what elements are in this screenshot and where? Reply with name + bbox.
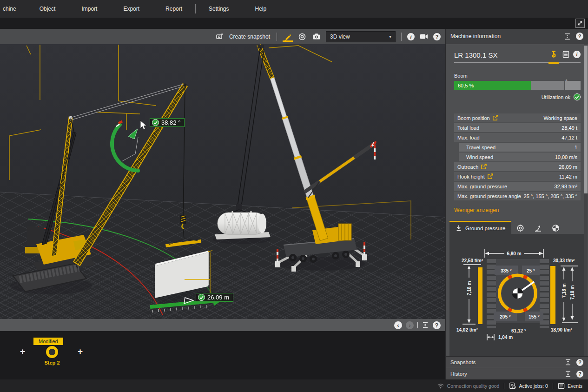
menu-item-help[interactable]: Help <box>242 0 279 18</box>
menubar: chine Object Import Export Report Settin… <box>0 0 588 18</box>
row-travel-speed: Travel speed 1 <box>459 143 581 152</box>
snapshots-help-button[interactable]: ? <box>576 359 583 366</box>
expand-history-button[interactable] <box>564 370 572 378</box>
toolbar-separator <box>401 33 402 41</box>
machine-name: LR 1300.1 SX <box>454 51 545 59</box>
row-max-load: Max. load 47,12 t <box>454 133 581 142</box>
timeline-help-button[interactable]: ? <box>433 321 441 329</box>
viewport-3d[interactable]: 38,82 ° 26,09 m <box>0 44 445 319</box>
snapshots-section-header[interactable]: Snapshots ? <box>446 356 588 368</box>
events-button[interactable]: Events <box>558 383 582 389</box>
create-snapshot-button[interactable]: Create snapshot <box>229 33 270 40</box>
machine-information-body: LR 1300.1 SX i <box>446 44 588 356</box>
history-help-button[interactable]: ? <box>576 371 583 378</box>
add-step-before-button[interactable]: + <box>20 346 25 357</box>
row-boom-position[interactable]: Boom position Working space <box>454 113 581 122</box>
support-width-value: 6,80 m <box>507 251 521 256</box>
check-icon <box>152 119 159 126</box>
row-label: Outreach <box>457 164 478 170</box>
create-snapshot-icon <box>215 32 225 42</box>
tab-ground-pressure[interactable]: Ground pressure <box>449 221 511 234</box>
fullscreen-toggle-button[interactable] <box>575 19 585 28</box>
outreach-value: 26,09 m <box>207 294 229 301</box>
step-node[interactable] <box>46 346 58 358</box>
load-curve-icon <box>534 225 542 232</box>
collapse-vertical-icon <box>563 33 571 40</box>
step-label: Step 2 <box>40 360 64 365</box>
svg-text:7,18 m: 7,18 m <box>467 281 472 295</box>
pressure-bar-left <box>478 267 482 324</box>
active-jobs-status[interactable]: Active jobs: 0 <box>509 382 548 389</box>
angle-rear-right: 155 ° <box>529 314 539 319</box>
angle-measurement-label[interactable]: 38,82 ° <box>150 118 185 127</box>
panel-scrollbar[interactable] <box>584 44 588 356</box>
row-outreach[interactable]: Outreach 26,09 m <box>454 162 581 171</box>
edit-open-icon[interactable] <box>481 164 487 170</box>
expand-snapshots-button[interactable] <box>564 359 572 366</box>
boom-percent-value: 60,5 % <box>458 83 474 88</box>
measure-tool-button[interactable] <box>283 32 293 42</box>
crane-planner-app: chine Object Import Export Report Settin… <box>0 0 588 392</box>
history-title: History <box>450 371 467 377</box>
camera-icon <box>312 33 321 40</box>
row-wind-speed: Wind speed 10,00 m/s <box>459 153 581 161</box>
panel-help-button[interactable]: ? <box>576 33 583 40</box>
target-view-button[interactable] <box>297 32 307 42</box>
snapshots-title: Snapshots <box>450 359 476 365</box>
collapse-timeline-button[interactable] <box>422 321 429 329</box>
info-button[interactable]: i <box>407 33 415 40</box>
outreach-measurement-label[interactable]: 26,09 m <box>196 293 233 302</box>
menu-item-machine[interactable]: chine <box>0 0 26 18</box>
diagram-tabs-block: Ground pressure <box>449 221 584 356</box>
row-hook-height[interactable]: Hook height 11,42 m <box>454 172 581 181</box>
target-icon <box>298 33 306 41</box>
camera-button[interactable] <box>311 32 322 42</box>
machine-information-header[interactable]: Machine information ? <box>446 29 588 44</box>
connection-status-text: Connection quality good <box>447 383 500 389</box>
history-section-header[interactable]: History ? <box>446 368 588 379</box>
tab-load-chart[interactable] <box>529 222 547 234</box>
viewport-toolbar: Create snapshot 3D view ▾ i <box>0 29 445 44</box>
utilization-status-text: Utilization ok <box>542 94 570 100</box>
expand-vertical-icon <box>564 370 572 378</box>
ground-pressure-icon <box>456 225 462 232</box>
active-jobs-text: Active jobs: 0 <box>519 383 548 389</box>
separator <box>553 383 553 389</box>
cog-symbol <box>512 288 523 299</box>
machine-info-button[interactable]: i <box>573 51 581 58</box>
separator <box>504 383 504 389</box>
row-value: Working space <box>543 115 577 121</box>
hook-view-tab[interactable] <box>548 51 559 64</box>
angle-rear-left: 205 ° <box>500 314 510 319</box>
timeline-scrub-bar[interactable]: ‹ › ? <box>0 319 445 331</box>
help-button[interactable]: ? <box>433 33 441 40</box>
svg-text:7,18 m: 7,18 m <box>570 285 575 299</box>
row-max-ground-pressure-angle: Max. ground pressure angle 25 °, 155 °, … <box>454 192 581 200</box>
angle-value: 38,82 ° <box>161 119 180 126</box>
edit-open-icon[interactable] <box>487 173 493 179</box>
tab-support-force[interactable] <box>511 222 529 234</box>
show-less-link[interactable]: Weniger anzeigen <box>454 207 581 213</box>
machine-title-row: LR 1300.1 SX i <box>454 51 581 63</box>
edit-open-icon[interactable] <box>492 115 498 121</box>
pressure-front-left: 22,50 t/m² <box>462 258 483 263</box>
view-mode-value: 3D view <box>330 33 350 40</box>
report-tab[interactable] <box>562 51 569 59</box>
video-button[interactable] <box>419 32 429 42</box>
collapse-panel-button[interactable] <box>563 33 571 40</box>
menu-item-report[interactable]: Report <box>152 0 195 18</box>
row-total-load: Total load 28,49 t <box>454 123 581 132</box>
menu-item-settings[interactable]: Settings <box>196 0 242 18</box>
tank-load[interactable] <box>215 210 271 239</box>
menu-item-object[interactable]: Object <box>26 0 69 18</box>
angle-front-right: 25 ° <box>527 268 535 273</box>
angle-front-left: 335 ° <box>501 268 511 273</box>
pressure-rear-right: 18,90 t/m² <box>551 327 573 332</box>
menu-item-export[interactable]: Export <box>110 0 152 18</box>
add-step-after-button[interactable]: + <box>78 346 83 357</box>
view-mode-select[interactable]: 3D view ▾ <box>326 31 396 42</box>
menu-item-import[interactable]: Import <box>68 0 110 18</box>
step-back-button[interactable]: ‹ <box>394 321 402 329</box>
tab-center-of-gravity[interactable] <box>547 222 564 234</box>
step-forward-button[interactable]: › <box>406 321 414 329</box>
